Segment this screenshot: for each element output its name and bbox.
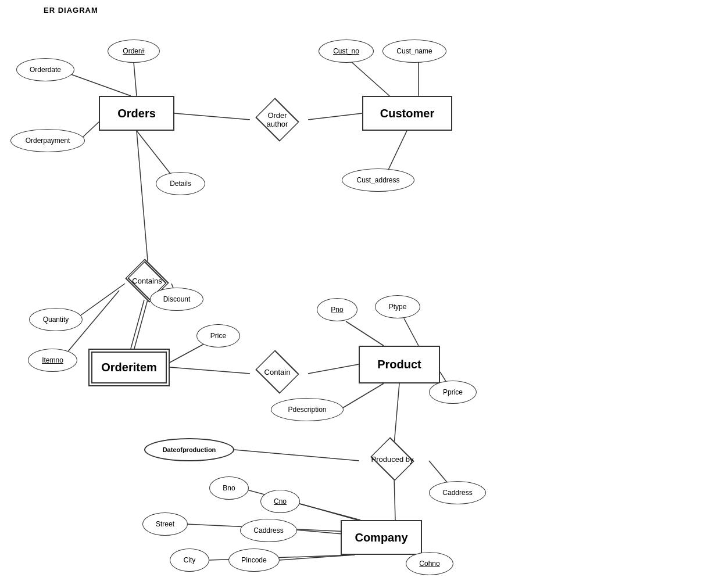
attr-order-hash: Order# [108, 40, 160, 63]
svg-line-24 [234, 450, 359, 461]
diagram-title: ER DIAGRAM [44, 6, 98, 15]
attr-cust-address: Cust_address [342, 168, 414, 192]
entity-orderitem: Orderitem [88, 349, 170, 386]
attr-cust-name: Cust_name [382, 40, 446, 63]
attr-pno: Pno [317, 298, 357, 321]
svg-line-17 [308, 364, 359, 374]
attr-bno: Bno [209, 476, 249, 500]
svg-line-16 [170, 367, 250, 374]
svg-line-9 [137, 131, 148, 267]
attr-cohno: Cohno [406, 552, 453, 575]
svg-line-19 [404, 318, 419, 346]
svg-line-23 [394, 477, 395, 520]
diagram-lines [0, 0, 708, 588]
attr-street: Street [142, 512, 188, 536]
svg-line-10 [131, 300, 144, 349]
svg-line-22 [394, 383, 399, 444]
svg-line-11 [134, 300, 148, 349]
attr-orderdate: Orderdate [16, 58, 74, 81]
attr-city: City [170, 548, 209, 572]
svg-line-27 [294, 502, 357, 520]
entity-customer: Customer [362, 96, 452, 131]
attr-pprice: Pprice [429, 381, 477, 404]
svg-line-3 [174, 113, 250, 120]
attr-caddress-right: Caddress [429, 481, 486, 504]
svg-line-4 [308, 113, 362, 120]
svg-line-5 [352, 62, 389, 96]
relationship-produced-by: Produced by [355, 443, 430, 475]
attr-details: Details [156, 172, 205, 195]
svg-line-20 [342, 383, 384, 408]
attr-caddress-left: Caddress [240, 519, 297, 542]
svg-line-18 [346, 321, 384, 346]
svg-line-31 [279, 555, 355, 560]
relationship-contain: Contain [245, 356, 309, 388]
relationship-order-author: Order author [245, 103, 309, 136]
attr-cno: Cno [260, 490, 300, 513]
attr-pdescription: Pdescription [271, 398, 344, 421]
entity-product: Product [359, 346, 440, 383]
svg-line-1 [134, 62, 137, 96]
attr-discount: Discount [150, 288, 203, 311]
attr-quantity: Quantity [29, 308, 83, 331]
attr-itemno: Itemno [28, 349, 77, 372]
entity-orders: Orders [99, 96, 174, 131]
attr-pincode: Pincode [228, 548, 280, 572]
er-diagram-canvas: ER DIAGRAM [0, 0, 708, 588]
entity-company: Company [341, 520, 422, 555]
attr-dateofproduction: Dateofproduction [144, 438, 234, 461]
attr-cust-no: Cust_no [319, 40, 374, 63]
attr-orderpayment: Orderpayment [10, 129, 85, 152]
attr-ptype: Ptype [375, 295, 420, 318]
attr-price: Price [196, 324, 240, 347]
